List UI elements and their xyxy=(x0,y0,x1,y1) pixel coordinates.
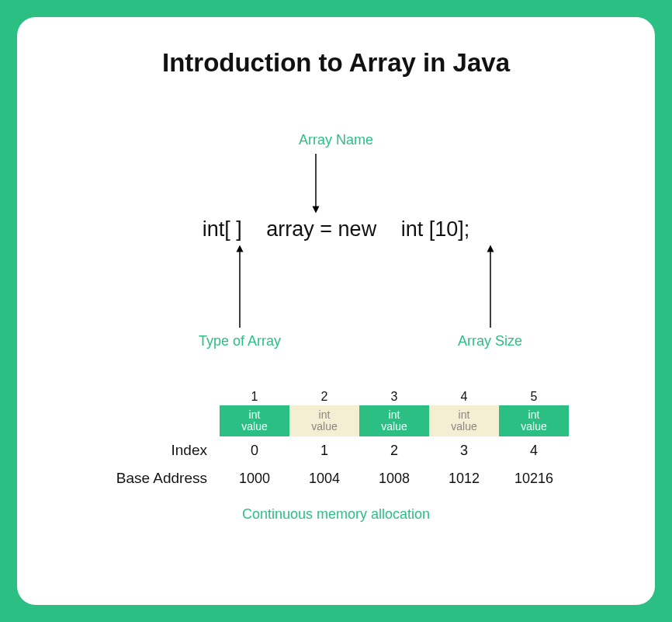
memory-row-label xyxy=(103,388,220,405)
memory-index: 3 xyxy=(429,436,499,464)
memory-value-cell: intvalue xyxy=(499,405,569,436)
memory-row-label: Base Address xyxy=(103,464,220,492)
memory-position: 4 xyxy=(429,388,499,405)
label-type-of-array: Type of Array xyxy=(199,333,281,349)
memory-value-box: intvalue xyxy=(429,405,499,436)
memory-index: 4 xyxy=(499,436,569,464)
memory-index: 2 xyxy=(359,436,429,464)
memory-address: 1004 xyxy=(289,464,359,492)
memory-value-cell: intvalue xyxy=(359,405,429,436)
memory-address: 10216 xyxy=(499,464,569,492)
memory-value-cell: intvalue xyxy=(289,405,359,436)
memory-row-label xyxy=(103,405,220,436)
memory-table: 12345intvalueintvalueintvalueintvalueint… xyxy=(103,388,569,492)
memory-address: 1012 xyxy=(429,464,499,492)
memory-index: 0 xyxy=(220,436,289,464)
label-array-name: Array Name xyxy=(299,132,373,148)
code-name-new: array = new xyxy=(266,217,376,242)
diagram-title: Introduction to Array in Java xyxy=(40,48,632,78)
code-type: int[ ] xyxy=(203,217,242,242)
memory-index: 1 xyxy=(289,436,359,464)
memory-address: 1000 xyxy=(220,464,289,492)
memory-position: 3 xyxy=(359,388,429,405)
memory-value-box: intvalue xyxy=(359,405,429,436)
memory-area: 12345intvalueintvalueintvalueintvalueint… xyxy=(40,388,632,523)
memory-value-cell: intvalue xyxy=(429,405,499,436)
memory-address: 1008 xyxy=(359,464,429,492)
memory-value-box: intvalue xyxy=(499,405,569,436)
diagram-card: Introduction to Array in Java Array Name… xyxy=(17,17,655,605)
memory-position: 1 xyxy=(220,388,289,405)
declaration-area: Array Name Type of Array Array Size int[… xyxy=(40,132,632,349)
memory-value-cell: intvalue xyxy=(220,405,289,436)
code-declaration: int[ ] array = new int [10]; xyxy=(40,217,632,242)
label-array-size: Array Size xyxy=(458,333,522,349)
code-size: int [10]; xyxy=(401,217,470,242)
memory-footer: Continuous memory allocation xyxy=(40,506,632,523)
memory-value-box: intvalue xyxy=(220,405,289,436)
memory-value-box: intvalue xyxy=(289,405,359,436)
memory-position: 2 xyxy=(289,388,359,405)
memory-row-label: Index xyxy=(103,436,220,464)
memory-position: 5 xyxy=(499,388,569,405)
